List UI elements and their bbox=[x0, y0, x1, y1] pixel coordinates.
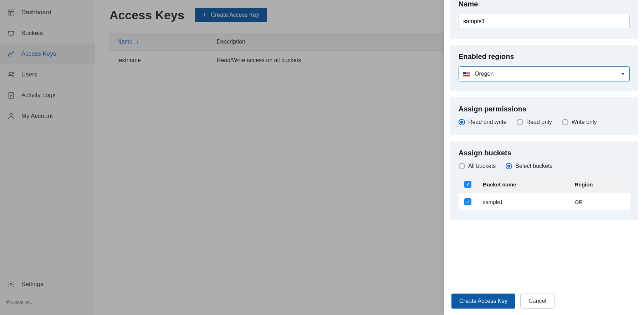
radio-icon bbox=[459, 119, 465, 125]
radio-label: Read and write bbox=[468, 119, 507, 125]
radio-label: All buckets bbox=[468, 163, 496, 169]
radio-label: Read only bbox=[526, 119, 552, 125]
radio-select-buckets[interactable]: Select buckets bbox=[506, 163, 552, 169]
radio-icon bbox=[517, 119, 523, 125]
bucket-col-region: Region bbox=[569, 176, 630, 193]
radio-write-only[interactable]: Write only bbox=[562, 119, 597, 125]
panel-permissions: Assign permissions Read and write Read o… bbox=[450, 97, 638, 135]
radio-icon bbox=[459, 163, 465, 169]
radio-icon bbox=[506, 163, 512, 169]
submit-button[interactable]: Create Access Key bbox=[451, 294, 515, 309]
panel-name: Name bbox=[450, 0, 638, 39]
panel-regions: Enabled regions Oregon ▼ bbox=[450, 45, 638, 91]
radio-label: Select buckets bbox=[515, 163, 552, 169]
radio-read-only[interactable]: Read only bbox=[517, 119, 552, 125]
buckets-label: Assign buckets bbox=[459, 149, 630, 157]
bucket-name-cell: sample1 bbox=[477, 193, 569, 211]
bucket-region-cell: OR bbox=[569, 193, 630, 211]
name-input[interactable] bbox=[459, 14, 630, 29]
bucket-table: ✓ Bucket name Region ✓ sample1 OR bbox=[459, 176, 630, 210]
panel-buckets: Assign buckets All buckets Select bucket… bbox=[450, 141, 638, 220]
drawer-footer: Create Access Key Cancel bbox=[444, 287, 644, 315]
select-all-checkbox[interactable]: ✓ bbox=[464, 181, 471, 188]
radio-icon bbox=[562, 119, 568, 125]
create-access-key-drawer: Name Enabled regions Oregon ▼ Assign per… bbox=[444, 0, 644, 315]
regions-label: Enabled regions bbox=[459, 52, 630, 61]
bucket-col-name: Bucket name bbox=[477, 176, 569, 193]
region-select[interactable]: Oregon ▼ bbox=[459, 66, 630, 81]
permissions-label: Assign permissions bbox=[459, 105, 630, 113]
radio-label: Write only bbox=[572, 119, 597, 125]
radio-all-buckets[interactable]: All buckets bbox=[459, 163, 496, 169]
bucket-row-checkbox[interactable]: ✓ bbox=[464, 198, 471, 205]
radio-read-write[interactable]: Read and write bbox=[459, 119, 507, 125]
cancel-button[interactable]: Cancel bbox=[520, 294, 554, 309]
region-selected-label: Oregon bbox=[475, 71, 494, 77]
bucket-row[interactable]: ✓ sample1 OR bbox=[459, 193, 630, 211]
name-label: Name bbox=[459, 0, 630, 8]
us-flag-icon bbox=[463, 72, 470, 76]
chevron-down-icon: ▼ bbox=[621, 71, 625, 76]
